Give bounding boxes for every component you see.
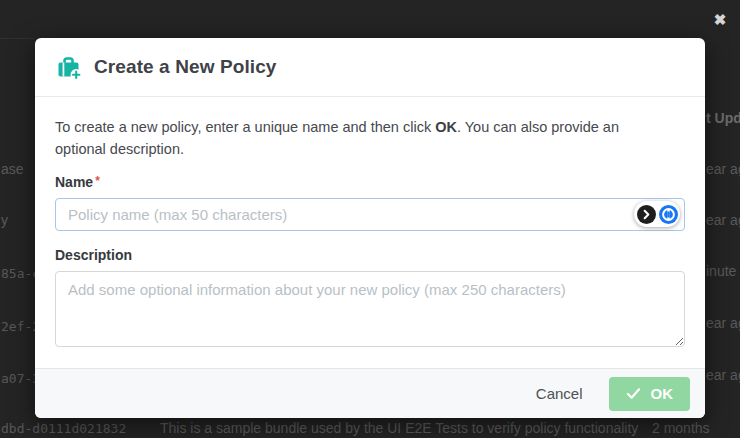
- bg-table-cell-id: dbd-d0111d021832: [1, 421, 126, 436]
- bg-table-cell-updated: ear ag: [706, 161, 740, 177]
- chevron-right-icon[interactable]: [637, 205, 656, 224]
- bg-table-cell-description: This is a sample bundle used by the UI E…: [160, 420, 638, 436]
- dialog-intro-text: To create a new policy, enter a unique n…: [55, 117, 647, 161]
- dialog-title: Create a New Policy: [94, 56, 276, 78]
- bg-column-header-last-updated: t Upd: [706, 110, 740, 126]
- bg-table-cell: ase: [1, 161, 24, 177]
- ok-button[interactable]: OK: [609, 377, 691, 411]
- bg-table-cell-updated: 2 months: [652, 420, 710, 436]
- policy-name-input[interactable]: [55, 198, 685, 231]
- close-icon[interactable]: ✖: [708, 8, 732, 32]
- briefcase-plus-icon: [55, 54, 82, 81]
- background-header-divider: [0, 38, 35, 39]
- cancel-button[interactable]: Cancel: [536, 385, 583, 402]
- required-asterisk: *: [95, 174, 100, 188]
- ok-button-label: OK: [651, 385, 674, 402]
- bg-table-cell: y: [1, 212, 8, 228]
- bg-table-cell-updated: ear ag: [706, 315, 740, 331]
- bg-table-cell-updated: ear ag: [706, 367, 740, 383]
- check-icon: [626, 387, 641, 400]
- dialog-footer: Cancel OK: [35, 368, 705, 418]
- bg-table-cell-updated: inute: [706, 263, 736, 279]
- bg-table-cell-updated: ear ag: [706, 212, 740, 228]
- policy-description-textarea[interactable]: [55, 271, 685, 347]
- onepassword-icon[interactable]: [659, 205, 678, 224]
- dialog-header: Create a New Policy: [35, 38, 705, 97]
- dialog-body: To create a new policy, enter a unique n…: [35, 97, 705, 351]
- description-field-label: Description: [55, 247, 685, 263]
- create-policy-dialog: Create a New Policy To create a new poli…: [35, 38, 705, 418]
- name-field-label: Name*: [55, 174, 685, 190]
- browser-extension-pill[interactable]: [634, 201, 680, 227]
